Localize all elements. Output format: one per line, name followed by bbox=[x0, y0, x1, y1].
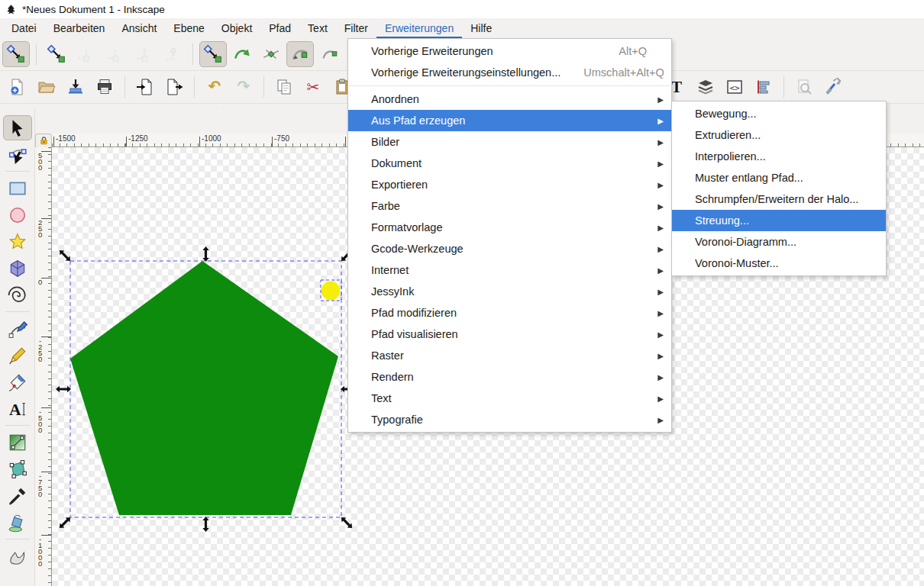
box3d-tool-icon[interactable] bbox=[3, 256, 32, 281]
scale-handle-icon[interactable] bbox=[57, 515, 73, 530]
print-icon[interactable] bbox=[91, 74, 118, 100]
menu-item-muster-entlang-pfad-[interactable]: Muster entlang Pfad... bbox=[672, 167, 886, 188]
menu-item-voronoi-diagramm-[interactable]: Voronoi-Diagramm... bbox=[672, 231, 886, 253]
scale-handle-icon[interactable] bbox=[202, 517, 208, 532]
menu-item-voronoi-muster-[interactable]: Voronoi-Muster... bbox=[672, 253, 886, 274]
menu-item-label: Bewegung... bbox=[695, 108, 878, 120]
new-document-icon[interactable] bbox=[4, 74, 31, 100]
import-icon[interactable] bbox=[131, 74, 159, 100]
export-icon[interactable] bbox=[160, 74, 188, 100]
menu-item-bewegung-[interactable]: Bewegung... bbox=[672, 103, 886, 124]
copy-icon[interactable] bbox=[270, 74, 298, 100]
snap-node-icon[interactable] bbox=[199, 41, 227, 67]
menubar-item-filter[interactable]: Filter bbox=[336, 18, 376, 38]
curve-arrow-icon[interactable] bbox=[228, 41, 256, 67]
inkscape-logo-icon bbox=[5, 4, 17, 15]
node-tool-icon[interactable] bbox=[3, 142, 32, 167]
menu-item-extrudieren-[interactable]: Extrudieren... bbox=[672, 124, 886, 146]
menu-item-rendern[interactable]: Rendern▶ bbox=[348, 366, 671, 388]
menubar-item-ebene[interactable]: Ebene bbox=[165, 18, 212, 38]
text-tool-tool-icon[interactable]: A bbox=[3, 396, 32, 421]
curve-small-icon[interactable] bbox=[315, 41, 343, 67]
toolbar-separator bbox=[263, 76, 264, 98]
gradient-tool-icon[interactable] bbox=[3, 430, 32, 455]
menu-item-gcode-werkzeuge[interactable]: Gcode-Werkzeuge▶ bbox=[348, 238, 671, 259]
xml-editor-icon[interactable]: <> bbox=[721, 74, 748, 100]
star-tool-icon[interactable] bbox=[3, 229, 32, 254]
node-cross-icon[interactable] bbox=[257, 41, 285, 67]
menu-item-label: Vorherige Erweiterungseinstellungen... bbox=[371, 66, 561, 79]
ellipse-tool-icon[interactable] bbox=[3, 202, 32, 227]
menu-item-aus-pfad-erzeugen[interactable]: Aus Pfad erzeugen▶ bbox=[348, 110, 671, 131]
snap-corner-icon bbox=[101, 41, 128, 67]
menu-item-typografie[interactable]: Typografie▶ bbox=[348, 409, 671, 430]
vertical-ruler[interactable]: 5 0 02 5 00- 2 5 0- 5 0 0- 7 5 0- 1 0 0 … bbox=[35, 147, 52, 586]
yellow-circle-shape[interactable] bbox=[321, 282, 341, 301]
align-distribute-icon[interactable] bbox=[750, 74, 777, 100]
menu-item-bilder[interactable]: Bilder▶ bbox=[348, 131, 671, 153]
snap-move-node-icon[interactable] bbox=[43, 41, 70, 67]
menu-item-pfad-modifizieren[interactable]: Pfad modifizieren▶ bbox=[348, 302, 671, 324]
submenu-arrow-icon: ▶ bbox=[656, 138, 664, 146]
menubar-item-ansicht[interactable]: Ansicht bbox=[113, 18, 165, 38]
rectangle-tool-icon[interactable] bbox=[3, 175, 32, 201]
menu-item-farbe[interactable]: Farbe▶ bbox=[348, 195, 671, 217]
ruler-major-tick bbox=[199, 137, 200, 146]
calligraphy-tool-icon[interactable] bbox=[3, 369, 32, 394]
menu-item-streuung-[interactable]: Streuung... bbox=[672, 210, 886, 231]
menu-item-label: Internet bbox=[371, 264, 647, 276]
dropper-tool-icon[interactable] bbox=[3, 483, 32, 508]
layers-icon[interactable] bbox=[692, 74, 719, 100]
cut-icon[interactable]: ✂ bbox=[299, 74, 327, 100]
mesh-tool-icon[interactable] bbox=[3, 456, 32, 481]
menu-item-anordnen[interactable]: Anordnen▶ bbox=[348, 89, 671, 110]
spiral-tool-icon[interactable] bbox=[3, 282, 32, 307]
bucket-tool-icon[interactable] bbox=[3, 510, 32, 535]
menu-item-schrumpfen-erweitern-der-halo-[interactable]: Schrumpfen/Erweitern der Halo... bbox=[672, 188, 886, 210]
menu-item-interpolieren-[interactable]: Interpolieren... bbox=[672, 146, 886, 167]
ruler-label: - 2 5 0 bbox=[38, 338, 42, 362]
save-icon[interactable] bbox=[62, 74, 89, 100]
menu-item-internet[interactable]: Internet▶ bbox=[348, 259, 671, 281]
menu-item-raster[interactable]: Raster▶ bbox=[348, 345, 671, 366]
menubar-item-erweiterungen[interactable]: Erweiterungen bbox=[376, 18, 462, 38]
menu-item-label: Text bbox=[371, 392, 647, 404]
pencil-tool-icon[interactable] bbox=[3, 343, 32, 368]
menubar-item-text[interactable]: Text bbox=[299, 18, 336, 38]
snap-corner-icon bbox=[72, 41, 99, 67]
menu-item-jessyink[interactable]: JessyInk▶ bbox=[348, 281, 671, 302]
undo-icon[interactable]: ↶ bbox=[201, 74, 228, 100]
guides-lock-icon[interactable] bbox=[35, 134, 52, 148]
menu-item-exportieren[interactable]: Exportieren▶ bbox=[348, 174, 671, 195]
submenu-arrow-icon: ▶ bbox=[656, 245, 664, 253]
submenu-arrow-icon: ▶ bbox=[656, 330, 664, 339]
scale-handle-icon[interactable] bbox=[202, 246, 208, 262]
pentagon-shape[interactable] bbox=[70, 261, 338, 515]
scale-handle-icon[interactable] bbox=[339, 515, 354, 530]
menubar-item-hilfe[interactable]: Hilfe bbox=[462, 18, 500, 38]
menu-item-vorherige-erweiterungen[interactable]: Vorherige ErweiterungenAlt+Q bbox=[348, 40, 671, 62]
menu-item-vorherige-erweiterungseinstellungen-[interactable]: Vorherige Erweiterungseinstellungen...Um… bbox=[348, 62, 671, 83]
menu-item-label: Vorherige Erweiterungen bbox=[371, 45, 596, 57]
curve-node-icon[interactable] bbox=[286, 41, 314, 67]
open-folder-icon[interactable] bbox=[33, 74, 60, 100]
tweak-tool-icon[interactable] bbox=[3, 543, 32, 568]
menubar-item-datei[interactable]: Datei bbox=[3, 18, 45, 38]
menu-item-text[interactable]: Text▶ bbox=[348, 388, 671, 409]
menu-item-dokument[interactable]: Dokument▶ bbox=[348, 153, 671, 174]
pen-tool-icon[interactable] bbox=[3, 316, 32, 341]
menubar-item-pfad[interactable]: Pfad bbox=[260, 18, 299, 38]
preferences-icon[interactable] bbox=[819, 74, 847, 100]
menubar-item-bearbeiten[interactable]: Bearbeiten bbox=[45, 18, 114, 38]
scale-handle-icon[interactable] bbox=[57, 248, 73, 263]
submenu-arrow-icon: ▶ bbox=[656, 288, 664, 296]
menu-item-label: Voronoi-Diagramm... bbox=[695, 236, 878, 248]
scale-handle-icon[interactable] bbox=[56, 386, 71, 392]
menubar-item-objekt[interactable]: Objekt bbox=[213, 18, 260, 38]
menu-item-formatvorlage[interactable]: Formatvorlage▶ bbox=[348, 217, 671, 238]
select-tool-icon[interactable] bbox=[3, 115, 32, 140]
snap-move-node-icon[interactable] bbox=[2, 41, 30, 67]
menu-item-pfad-visualisieren[interactable]: Pfad visualisieren▶ bbox=[348, 324, 671, 345]
ruler-label: - 1 0 0 0 bbox=[38, 536, 42, 567]
submenu-arrow-icon: ▶ bbox=[656, 373, 664, 382]
